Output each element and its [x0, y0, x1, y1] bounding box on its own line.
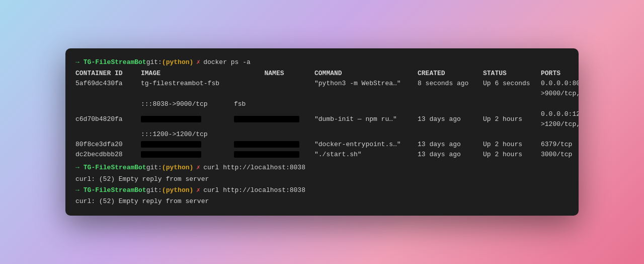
row-2-sub: :::1200->1200/tcp: [75, 129, 569, 140]
prompt-line-3: → TG-FileStreamBot git: ( python ) ✗ cur…: [75, 185, 569, 195]
prompt-cmd-3: curl http://localhost:8038: [203, 185, 305, 195]
prompt-x-1: ✗: [196, 57, 200, 68]
header-ports: PORTS: [541, 69, 569, 79]
row-4-ports: 3000/tcp: [541, 150, 572, 160]
row-4-status: Up 2 hours: [483, 150, 541, 160]
row-1-status: Up 6 seconds: [483, 79, 541, 99]
prompt-x-2: ✗: [196, 163, 200, 173]
prompt-dir-2: TG-FileStreamBot: [84, 163, 146, 173]
row-2-sub-ports: :::1200->1200/tcp: [141, 129, 569, 140]
redacted-names-2: [234, 116, 299, 122]
curl-output-2: curl: (52) Empty reply from server: [75, 196, 569, 207]
row-4-command: "./start.sh": [314, 150, 418, 160]
prompt-arrow-2: →: [75, 163, 79, 173]
row-2-created: 13 days ago: [418, 114, 483, 124]
redacted-image-4: [141, 151, 201, 158]
row-1-command: "python3 -m WebStrea…": [314, 79, 418, 99]
header-created: CREATED: [418, 69, 483, 79]
row-1-sub-empty: [75, 99, 141, 109]
prompt-x-3: ✗: [196, 185, 200, 195]
row-2-main: c6d70b4820fa "dumb-init — npm ru…" 13 da…: [75, 109, 569, 129]
prompt-line-1: → TG-FileStreamBot git: ( python ) ✗ doc…: [75, 57, 569, 68]
redacted-image-2: [141, 116, 201, 122]
prompt-branch-3: python: [166, 185, 190, 195]
prompt-branch-open-2: (: [162, 163, 166, 173]
prompt-cmd-1: docker ps -a: [203, 57, 251, 68]
header-status: STATUS: [483, 69, 541, 79]
prompt-branch-close-2: ): [189, 163, 193, 173]
row-2-command: "dumb-init — npm ru…": [314, 114, 418, 124]
row-3-status: Up 2 hours: [483, 140, 541, 150]
prompt-branch-close-1: ): [189, 57, 193, 68]
row-4-id: dc2becdbbb28: [75, 150, 141, 160]
row-3-created: 13 days ago: [418, 140, 483, 150]
redacted-image-3: [141, 141, 201, 148]
row-4-image: [141, 150, 234, 160]
table-row: 5af69dc430fa tg-filestreambot-fsb "pytho…: [75, 79, 569, 109]
row-4-created: 13 days ago: [418, 150, 483, 160]
prompt-arrow-1: →: [75, 57, 79, 68]
prompt-cmd-2: curl http://localhost:8038: [203, 163, 305, 173]
row-1-id: 5af69dc430fa: [75, 79, 141, 99]
table-row: 80f8ce3dfa20 "docker-entrypoint.s…" 13 d…: [75, 140, 569, 150]
row-1-image: tg-filestreambot-fsb: [141, 79, 234, 99]
header-container: CONTAINER ID: [75, 69, 141, 79]
row-1-sub-names: fsb: [234, 99, 569, 109]
row-1-sub: :::8038->9000/tcp fsb: [75, 99, 569, 109]
row-3-image: [141, 140, 234, 150]
row-1-names: [234, 79, 314, 99]
row-3-main: 80f8ce3dfa20 "docker-entrypoint.s…" 13 d…: [75, 140, 569, 150]
header-command: COMMAND: [314, 69, 418, 79]
prompt-dir-1: TG-FileStreamBot: [84, 57, 146, 68]
prompt-branch-open-1: (: [162, 57, 166, 68]
redacted-names-4: [234, 151, 299, 158]
row-2-names: [234, 114, 314, 124]
table-header: CONTAINER ID IMAGE NAMES COMMAND CREATED…: [75, 69, 569, 79]
prompt-branch-open-3: (: [162, 185, 166, 195]
row-2-image: [141, 114, 234, 124]
row-2-sub-empty: [75, 129, 141, 140]
row-4-main: dc2becdbbb28 "./start.sh" 13 days ago Up…: [75, 150, 569, 160]
row-1-sub-ports: :::8038->9000/tcp: [141, 99, 234, 109]
redacted-names-3: [234, 141, 299, 148]
prompt-dir-3: TG-FileStreamBot: [84, 185, 146, 195]
terminal-window: → TG-FileStreamBot git: ( python ) ✗ doc…: [65, 48, 579, 216]
header-names: NAMES: [234, 69, 314, 79]
row-3-names: [234, 140, 314, 150]
row-1-main: 5af69dc430fa tg-filestreambot-fsb "pytho…: [75, 79, 569, 99]
row-2-ports: 0.0.0.0:1200->1200/tcp,: [541, 109, 579, 129]
header-image: IMAGE: [141, 69, 234, 79]
prompt-branch-1: python: [166, 57, 190, 68]
row-2-id: c6d70b4820fa: [75, 114, 141, 124]
row-2-status: Up 2 hours: [483, 114, 541, 124]
row-1-ports: 0.0.0.0:8038->9000/tcp,: [541, 79, 579, 99]
prompt-branch-2: python: [166, 163, 190, 173]
row-3-ports: 6379/tcp: [541, 140, 572, 150]
curl-output-1: curl: (52) Empty reply from server: [75, 174, 569, 184]
table-row: c6d70b4820fa "dumb-init — npm ru…" 13 da…: [75, 109, 569, 140]
prompt-line-2: → TG-FileStreamBot git: ( python ) ✗ cur…: [75, 163, 569, 173]
row-1-created: 8 seconds ago: [418, 79, 483, 99]
prompt-git-3: git:: [146, 185, 162, 195]
row-3-command: "docker-entrypoint.s…": [314, 140, 418, 150]
row-4-names: [234, 150, 314, 160]
prompt-branch-close-3: ): [189, 185, 193, 195]
prompt-git-1: git:: [146, 57, 162, 68]
table-row: dc2becdbbb28 "./start.sh" 13 days ago Up…: [75, 150, 569, 160]
prompt-git-2: git:: [146, 163, 162, 173]
row-3-id: 80f8ce3dfa20: [75, 140, 141, 150]
prompt-arrow-3: →: [75, 185, 79, 195]
